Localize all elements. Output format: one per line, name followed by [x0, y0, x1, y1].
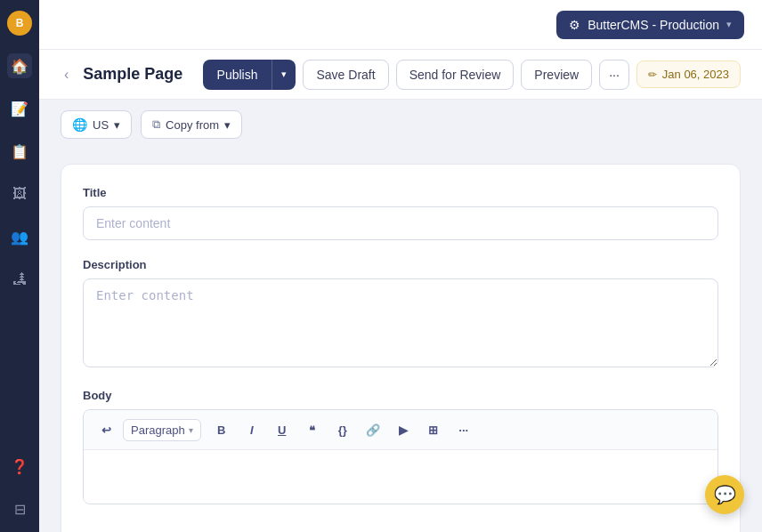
- page-header: ‹ Sample Page Publish ▾ Save Draft Send …: [39, 50, 762, 100]
- save-draft-button[interactable]: Save Draft: [303, 60, 388, 90]
- topbar: ⚙ ButterCMS - Production ▾: [39, 0, 762, 50]
- bold-button[interactable]: B: [208, 417, 235, 442]
- content-area: Title Description Body ↩ Paragraph ▾: [39, 149, 762, 532]
- body-group: Body ↩ Paragraph ▾ B I U ❝ {} 🔗: [83, 389, 718, 504]
- sidebar-item-images[interactable]: 🏞: [7, 267, 32, 292]
- main-content: ⚙ ButterCMS - Production ▾ ‹ Sample Page…: [39, 0, 762, 532]
- env-label: ButterCMS - Production: [588, 18, 719, 32]
- sidebar-item-users[interactable]: 👥: [7, 224, 32, 249]
- form-card: Title Description Body ↩ Paragraph ▾: [61, 164, 741, 532]
- title-group: Title: [83, 186, 718, 240]
- media-button[interactable]: ▶: [390, 417, 417, 442]
- image-button[interactable]: ⊞: [420, 417, 447, 442]
- globe-icon: 🌐: [72, 117, 87, 132]
- avatar: B: [7, 11, 32, 36]
- body-label: Body: [83, 389, 718, 402]
- rich-text-editor: ↩ Paragraph ▾ B I U ❝ {} 🔗 ▶ ⊞ ···: [83, 409, 718, 504]
- chat-icon: 💬: [714, 484, 736, 505]
- undo-button[interactable]: ↩: [93, 417, 119, 442]
- send-for-review-button[interactable]: Send for Review: [396, 60, 515, 90]
- locale-bar: 🌐 US ▾ ⧉ Copy from ▾: [39, 100, 762, 149]
- page-title: Sample Page: [83, 65, 191, 84]
- description-label: Description: [83, 258, 718, 271]
- paragraph-chevron-icon: ▾: [189, 425, 193, 435]
- date-label: Jan 06, 2023: [662, 68, 729, 81]
- date-badge: ✏ Jan 06, 2023: [636, 60, 741, 88]
- more-options-button[interactable]: ···: [599, 60, 629, 90]
- chat-button[interactable]: 💬: [705, 475, 744, 514]
- pencil-icon: ✏: [648, 69, 657, 81]
- env-selector[interactable]: ⚙ ButterCMS - Production ▾: [556, 11, 744, 39]
- publish-label[interactable]: Publish: [203, 60, 273, 90]
- underline-button[interactable]: U: [269, 417, 296, 442]
- sidebar-item-grid[interactable]: ⊟: [7, 496, 32, 521]
- italic-button[interactable]: I: [239, 417, 265, 442]
- locale-selector[interactable]: 🌐 US ▾: [61, 110, 132, 139]
- quote-button[interactable]: ❝: [299, 417, 326, 442]
- action-buttons: Publish ▾ Save Draft Send for Review Pre…: [203, 60, 741, 90]
- back-button[interactable]: ‹: [61, 63, 72, 86]
- paragraph-label: Paragraph: [131, 423, 185, 437]
- editor-body[interactable]: [84, 450, 717, 504]
- sidebar-item-help[interactable]: ❓: [7, 454, 32, 479]
- copy-from-label: Copy from: [166, 118, 219, 132]
- copy-from-chevron-icon: ▾: [224, 118, 231, 132]
- env-icon: ⚙: [569, 18, 580, 32]
- preview-button[interactable]: Preview: [521, 60, 592, 90]
- title-label: Title: [83, 186, 718, 199]
- copy-from-button[interactable]: ⧉ Copy from ▾: [141, 110, 242, 139]
- link-button[interactable]: 🔗: [360, 417, 386, 442]
- publish-button[interactable]: Publish ▾: [203, 60, 296, 90]
- paragraph-format-select[interactable]: Paragraph ▾: [123, 419, 201, 441]
- more-toolbar-button[interactable]: ···: [450, 417, 477, 442]
- locale-code: US: [93, 118, 109, 132]
- sidebar-item-pages[interactable]: 📝: [7, 96, 32, 121]
- sidebar-item-media[interactable]: 🖼: [7, 181, 32, 206]
- description-group: Description: [83, 258, 718, 371]
- sidebar-item-home[interactable]: 🏠: [7, 53, 32, 78]
- description-input[interactable]: [83, 278, 718, 367]
- chevron-down-icon: ▾: [726, 19, 732, 30]
- copy-icon: ⧉: [152, 117, 160, 132]
- sidebar: B 🏠 📝 📋 🖼 👥 🏞 ❓ ⊟: [0, 0, 39, 532]
- code-button[interactable]: {}: [329, 417, 356, 442]
- title-input[interactable]: [83, 206, 718, 240]
- sidebar-item-collections[interactable]: 📋: [7, 139, 32, 164]
- publish-dropdown-arrow[interactable]: ▾: [272, 60, 296, 88]
- editor-toolbar: ↩ Paragraph ▾ B I U ❝ {} 🔗 ▶ ⊞ ···: [84, 410, 717, 450]
- locale-chevron-icon: ▾: [114, 118, 120, 132]
